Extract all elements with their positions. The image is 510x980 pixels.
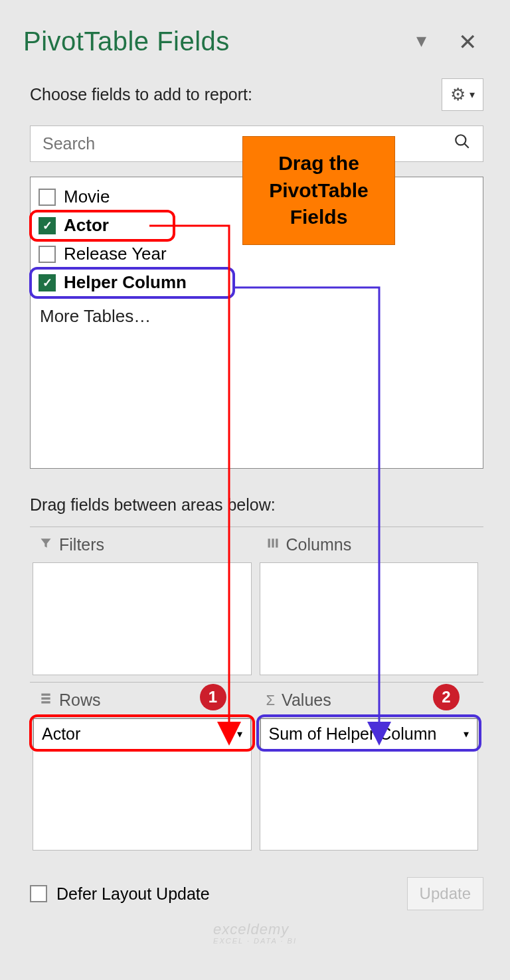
area-filters: Filters [30,527,257,682]
svg-rect-4 [276,538,278,547]
field-label: Movie [64,187,110,207]
area-label: Values [282,691,331,710]
filter-icon [39,536,52,554]
rows-chip-actor[interactable]: Actor ▾ [33,718,251,750]
checkbox-icon[interactable] [39,189,56,206]
search-icon [454,133,471,155]
close-icon[interactable]: ✕ [458,29,477,55]
collapse-icon[interactable]: ▾ [416,29,426,55]
update-button[interactable]: Update [407,877,483,910]
area-header: Filters [30,527,257,562]
chevron-down-icon: ▾ [464,728,469,740]
columns-icon [266,536,280,554]
rows-dropzone[interactable]: Actor ▾ [33,718,252,851]
area-values: 2 Σ Values Sum of Helper Column ▾ [257,682,484,857]
svg-rect-2 [268,538,270,547]
area-label: Rows [59,691,101,710]
subtitle: Choose fields to add to report: [30,85,252,104]
checkbox-checked-icon[interactable]: ✓ [39,217,56,234]
area-label: Columns [286,535,352,554]
more-tables-link[interactable]: More Tables… [33,297,480,336]
field-label: Actor [64,215,109,236]
svg-rect-6 [41,697,50,699]
footer-row: Defer Layout Update Update [10,857,500,910]
areas-label: Drag fields between areas below: [30,495,500,515]
chip-label: Actor [42,724,80,744]
area-columns: Columns [257,527,484,682]
annotation-callout: Drag the PivotTable Fields [242,136,395,245]
title-actions: ▾ ✕ [416,29,477,55]
settings-button[interactable]: ⚙ ▾ [442,78,483,111]
pivottable-fields-pane: PivotTable Fields ▾ ✕ Choose fields to a… [10,10,500,970]
checkbox-icon[interactable] [30,885,47,902]
annotation-badge-2: 2 [433,684,460,710]
area-header: Columns [257,527,484,562]
values-dropzone[interactable]: Sum of Helper Column ▾ [260,718,479,851]
area-label: Filters [59,535,104,554]
values-chip-helper-column[interactable]: Sum of Helper Column ▾ [260,718,478,750]
chip-label: Sum of Helper Column [269,724,437,744]
rows-icon [39,692,52,709]
field-item-helper-column[interactable]: ✓ Helper Column [33,268,480,297]
watermark: exceldemy EXCEL · DATA · BI [213,921,297,945]
defer-label: Defer Layout Update [56,884,210,904]
checkbox-checked-icon[interactable]: ✓ [39,274,56,291]
chevron-down-icon: ▾ [237,728,242,740]
field-label: Helper Column [64,272,187,293]
annotation-badge-1: 1 [200,684,226,710]
chevron-down-icon: ▾ [469,88,475,101]
subtitle-row: Choose fields to add to report: ⚙ ▾ [10,78,500,111]
area-rows: 1 Rows Actor ▾ [30,682,257,857]
svg-rect-7 [41,701,50,703]
areas-grid: Filters Columns 1 Rows [30,527,483,857]
columns-dropzone[interactable] [260,562,479,675]
title-row: PivotTable Fields ▾ ✕ [10,10,500,73]
svg-rect-5 [41,693,50,695]
filters-dropzone[interactable] [33,562,252,675]
field-label: Release Year [64,244,167,264]
pane-title: PivotTable Fields [23,27,230,56]
sigma-icon: Σ [266,692,276,709]
svg-point-0 [456,135,466,145]
svg-line-1 [464,143,469,148]
gear-icon: ⚙ [450,84,466,105]
checkbox-icon[interactable] [39,246,56,263]
defer-layout-checkbox[interactable]: Defer Layout Update [30,884,210,904]
svg-rect-3 [272,538,274,547]
